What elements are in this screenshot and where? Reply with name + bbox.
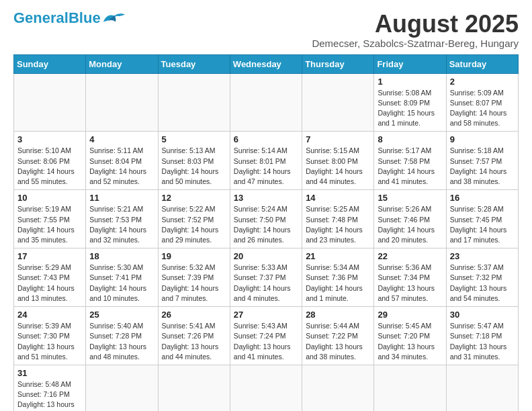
weekday-header-tuesday: Tuesday — [158, 54, 230, 73]
day-number: 16 — [450, 193, 515, 203]
day-info: Sunrise: 5:28 AM Sunset: 7:45 PM Dayligh… — [450, 204, 515, 245]
logo-bird-icon — [102, 11, 126, 26]
calendar-cell: 16Sunrise: 5:28 AM Sunset: 7:45 PM Dayli… — [446, 190, 518, 248]
calendar-cell: 12Sunrise: 5:22 AM Sunset: 7:52 PM Dayli… — [158, 190, 230, 248]
logo: GeneralBlue — [13, 11, 126, 26]
calendar-cell: 11Sunrise: 5:21 AM Sunset: 7:53 PM Dayli… — [86, 190, 158, 248]
day-info: Sunrise: 5:18 AM Sunset: 7:57 PM Dayligh… — [450, 146, 515, 187]
calendar-cell: 26Sunrise: 5:41 AM Sunset: 7:26 PM Dayli… — [158, 307, 230, 365]
calendar-cell — [302, 73, 374, 132]
day-number: 18 — [89, 251, 154, 261]
day-info: Sunrise: 5:26 AM Sunset: 7:46 PM Dayligh… — [378, 204, 442, 245]
calendar-cell — [14, 73, 86, 132]
calendar-cell: 18Sunrise: 5:30 AM Sunset: 7:41 PM Dayli… — [86, 248, 158, 307]
day-info: Sunrise: 5:45 AM Sunset: 7:20 PM Dayligh… — [378, 321, 442, 362]
calendar-table: SundayMondayTuesdayWednesdayThursdayFrid… — [13, 54, 519, 411]
title-area: August 2025 Demecser, Szabolcs-Szatmar-B… — [312, 11, 519, 49]
calendar-cell: 28Sunrise: 5:44 AM Sunset: 7:22 PM Dayli… — [302, 307, 374, 365]
day-number: 11 — [89, 193, 154, 203]
day-number: 17 — [17, 251, 82, 261]
day-info: Sunrise: 5:09 AM Sunset: 8:07 PM Dayligh… — [450, 88, 515, 129]
calendar-cell — [374, 365, 446, 411]
day-number: 20 — [234, 251, 298, 261]
day-number: 22 — [378, 251, 442, 261]
day-info: Sunrise: 5:14 AM Sunset: 8:01 PM Dayligh… — [234, 146, 298, 187]
day-number: 25 — [89, 310, 154, 320]
calendar-week-row: 1Sunrise: 5:08 AM Sunset: 8:09 PM Daylig… — [14, 73, 519, 132]
day-info: Sunrise: 5:11 AM Sunset: 8:04 PM Dayligh… — [89, 146, 154, 187]
day-number: 13 — [234, 193, 298, 203]
calendar-cell — [230, 365, 302, 411]
logo-blue: Blue — [69, 9, 101, 26]
calendar-header: SundayMondayTuesdayWednesdayThursdayFrid… — [14, 54, 519, 73]
day-info: Sunrise: 5:36 AM Sunset: 7:34 PM Dayligh… — [378, 263, 442, 304]
day-number: 31 — [17, 368, 82, 378]
calendar-cell — [86, 365, 158, 411]
day-number: 5 — [162, 134, 226, 144]
calendar-cell: 27Sunrise: 5:43 AM Sunset: 7:24 PM Dayli… — [230, 307, 302, 365]
calendar-cell: 17Sunrise: 5:29 AM Sunset: 7:43 PM Dayli… — [14, 248, 86, 307]
calendar-cell: 22Sunrise: 5:36 AM Sunset: 7:34 PM Dayli… — [374, 248, 446, 307]
calendar-cell — [158, 365, 230, 411]
day-number: 30 — [450, 310, 515, 320]
day-number: 9 — [450, 134, 515, 144]
calendar-cell: 19Sunrise: 5:32 AM Sunset: 7:39 PM Dayli… — [158, 248, 230, 307]
calendar-cell: 20Sunrise: 5:33 AM Sunset: 7:37 PM Dayli… — [230, 248, 302, 307]
weekday-header-monday: Monday — [86, 54, 158, 73]
calendar-week-row: 17Sunrise: 5:29 AM Sunset: 7:43 PM Dayli… — [14, 248, 519, 307]
calendar-cell: 3Sunrise: 5:10 AM Sunset: 8:06 PM Daylig… — [14, 132, 86, 190]
day-info: Sunrise: 5:29 AM Sunset: 7:43 PM Dayligh… — [17, 263, 82, 304]
calendar-cell: 25Sunrise: 5:40 AM Sunset: 7:28 PM Dayli… — [86, 307, 158, 365]
weekday-header-sunday: Sunday — [14, 54, 86, 73]
calendar-cell — [302, 365, 374, 411]
day-number: 4 — [89, 134, 154, 144]
day-info: Sunrise: 5:33 AM Sunset: 7:37 PM Dayligh… — [234, 263, 298, 304]
day-info: Sunrise: 5:19 AM Sunset: 7:55 PM Dayligh… — [17, 204, 82, 245]
calendar-cell: 14Sunrise: 5:25 AM Sunset: 7:48 PM Dayli… — [302, 190, 374, 248]
calendar-week-row: 3Sunrise: 5:10 AM Sunset: 8:06 PM Daylig… — [14, 132, 519, 190]
calendar-body: 1Sunrise: 5:08 AM Sunset: 8:09 PM Daylig… — [14, 73, 519, 411]
day-number: 27 — [234, 310, 298, 320]
calendar-cell: 2Sunrise: 5:09 AM Sunset: 8:07 PM Daylig… — [446, 73, 518, 132]
weekday-header-wednesday: Wednesday — [230, 54, 302, 73]
calendar-cell: 5Sunrise: 5:13 AM Sunset: 8:03 PM Daylig… — [158, 132, 230, 190]
day-info: Sunrise: 5:44 AM Sunset: 7:22 PM Dayligh… — [306, 321, 370, 362]
day-info: Sunrise: 5:25 AM Sunset: 7:48 PM Dayligh… — [306, 204, 370, 245]
calendar-cell: 29Sunrise: 5:45 AM Sunset: 7:20 PM Dayli… — [374, 307, 446, 365]
day-info: Sunrise: 5:13 AM Sunset: 8:03 PM Dayligh… — [162, 146, 226, 187]
calendar-cell: 9Sunrise: 5:18 AM Sunset: 7:57 PM Daylig… — [446, 132, 518, 190]
calendar-week-row: 31Sunrise: 5:48 AM Sunset: 7:16 PM Dayli… — [14, 365, 519, 411]
weekday-header-saturday: Saturday — [446, 54, 518, 73]
day-info: Sunrise: 5:17 AM Sunset: 7:58 PM Dayligh… — [378, 146, 442, 187]
day-number: 26 — [162, 310, 226, 320]
day-info: Sunrise: 5:22 AM Sunset: 7:52 PM Dayligh… — [162, 204, 226, 245]
calendar-cell — [230, 73, 302, 132]
day-info: Sunrise: 5:47 AM Sunset: 7:18 PM Dayligh… — [450, 321, 515, 362]
logo-text: GeneralBlue — [13, 11, 101, 26]
day-number: 12 — [162, 193, 226, 203]
calendar-cell: 1Sunrise: 5:08 AM Sunset: 8:09 PM Daylig… — [374, 73, 446, 132]
calendar-cell: 21Sunrise: 5:34 AM Sunset: 7:36 PM Dayli… — [302, 248, 374, 307]
day-info: Sunrise: 5:40 AM Sunset: 7:28 PM Dayligh… — [89, 321, 154, 362]
calendar-cell: 15Sunrise: 5:26 AM Sunset: 7:46 PM Dayli… — [374, 190, 446, 248]
day-number: 24 — [17, 310, 82, 320]
weekday-header-friday: Friday — [374, 54, 446, 73]
day-number: 7 — [306, 134, 370, 144]
day-info: Sunrise: 5:24 AM Sunset: 7:50 PM Dayligh… — [234, 204, 298, 245]
day-number: 23 — [450, 251, 515, 261]
day-info: Sunrise: 5:39 AM Sunset: 7:30 PM Dayligh… — [17, 321, 82, 362]
day-number: 29 — [378, 310, 442, 320]
day-number: 3 — [17, 134, 82, 144]
day-info: Sunrise: 5:30 AM Sunset: 7:41 PM Dayligh… — [89, 263, 154, 304]
calendar-title: August 2025 — [312, 11, 519, 38]
calendar-cell: 4Sunrise: 5:11 AM Sunset: 8:04 PM Daylig… — [86, 132, 158, 190]
day-info: Sunrise: 5:10 AM Sunset: 8:06 PM Dayligh… — [17, 146, 82, 187]
day-info: Sunrise: 5:08 AM Sunset: 8:09 PM Dayligh… — [378, 88, 442, 129]
calendar-cell: 10Sunrise: 5:19 AM Sunset: 7:55 PM Dayli… — [14, 190, 86, 248]
day-number: 19 — [162, 251, 226, 261]
logo-general: General — [13, 9, 69, 26]
calendar-subtitle: Demecser, Szabolcs-Szatmar-Bereg, Hungar… — [312, 38, 519, 49]
day-info: Sunrise: 5:41 AM Sunset: 7:26 PM Dayligh… — [162, 321, 226, 362]
day-number: 2 — [450, 77, 515, 87]
day-number: 1 — [378, 77, 442, 87]
